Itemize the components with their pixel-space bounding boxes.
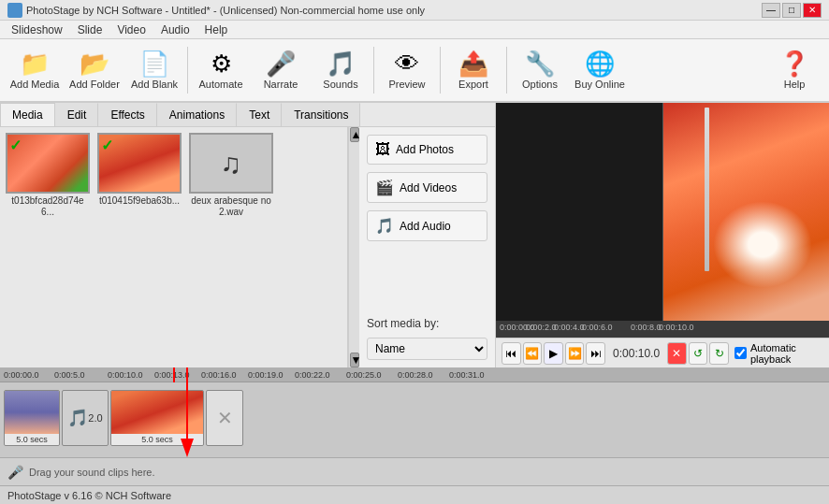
timeline-tracks: 5.0 secs 🎵 2.0 5.0 secs ✕ <box>0 382 829 457</box>
menu-slide[interactable]: Slide <box>70 22 110 38</box>
add-photos-button[interactable]: 🖼 Add Photos <box>367 135 487 165</box>
preview-label: Preview <box>388 79 425 90</box>
play-button[interactable]: ▶ <box>544 342 563 365</box>
add-folder-button[interactable]: 📂 Add Folder <box>65 43 124 97</box>
transport-controls: ⏮ ⏪ ▶ ⏩ ⏭ 0:00:10.0 ✕ ↺ ↻ Automatic play… <box>496 338 829 367</box>
autoplay-checkbox[interactable] <box>734 347 747 359</box>
options-button[interactable]: 🔧 Options <box>511 43 569 97</box>
thumbnail-area[interactable]: ✓ t013bfcad28d74e6... ✓ t010415f9eba63b.… <box>0 127 348 367</box>
narrate-label: Narrate <box>264 79 298 90</box>
clip-duration: 5.0 secs <box>5 434 59 445</box>
scroll-down-arrow[interactable]: ▼ <box>350 353 359 367</box>
media-panel: ✓ t013bfcad28d74e6... ✓ t010415f9eba63b.… <box>0 127 495 367</box>
export-icon: 📤 <box>458 51 488 76</box>
fast-forward-button[interactable]: ⏩ <box>565 342 585 365</box>
ruler-mark: 0:00:8.0 <box>631 323 662 332</box>
automate-label: Automate <box>198 79 242 90</box>
timeline-clip[interactable]: 🎵 2.0 <box>62 390 109 446</box>
status-bar: PhotoStage v 6.16 © NCH Software <box>0 485 829 504</box>
timeline-clip[interactable]: 5.0 secs <box>110 390 204 446</box>
bottom-section: 0:00:00.0 0:00:5.0 0:00:10.0 0:00:13.0 0… <box>0 367 829 485</box>
autoplay-control[interactable]: Automatic playback <box>734 342 823 365</box>
toolbar-sep-3 <box>440 47 441 94</box>
preview-bg-right <box>662 103 829 321</box>
thumbnail-label: deux arabesque no 2.wav <box>189 195 273 218</box>
rewind-to-start[interactable]: ↺ <box>689 342 708 365</box>
window-controls: — □ ✕ <box>762 3 822 18</box>
forward-to-end[interactable]: ↻ <box>709 342 729 365</box>
add-blank-label: Add Blank <box>131 79 178 90</box>
help-button[interactable]: ❓ Help <box>765 43 823 97</box>
add-photos-icon: 🖼 <box>375 141 390 158</box>
close-button[interactable]: ✕ <box>803 3 822 18</box>
help-label: Help <box>784 79 806 90</box>
sounds-button[interactable]: 🎵 Sounds <box>312 43 370 97</box>
timeline-clip[interactable]: ✕ <box>206 390 243 446</box>
clip-thumbnail: ✕ <box>207 391 242 445</box>
vertical-scrollbar[interactable]: ▲ ▼ <box>348 127 359 367</box>
export-label: Export <box>458 79 488 90</box>
title-text: PhotoStage by NCH Software - Untitled* -… <box>26 5 425 16</box>
add-folder-icon: 📂 <box>80 51 109 76</box>
tab-effects[interactable]: Effects <box>98 103 156 126</box>
clip-duration: 5.0 secs <box>111 434 203 445</box>
list-item[interactable]: ♫ deux arabesque no 2.wav <box>189 133 273 218</box>
scroll-up-arrow[interactable]: ▲ <box>350 127 359 142</box>
skip-back-button[interactable]: ⏮ <box>502 342 521 365</box>
music-icon: 🎵 <box>67 408 88 428</box>
list-item[interactable]: ✓ t013bfcad28d74e6... <box>6 133 90 218</box>
fork-visual <box>705 108 709 271</box>
tab-edit[interactable]: Edit <box>55 103 99 126</box>
time-display: 0:00:10.0 <box>613 347 660 360</box>
tab-media[interactable]: Media <box>0 103 55 126</box>
tl-mark: 0:00:28.0 <box>398 370 433 380</box>
tl-mark: 0:00:22.0 <box>295 370 330 380</box>
ruler-mark: 0:00:2.0 <box>526 323 557 332</box>
timeline-clip[interactable]: 5.0 secs <box>4 390 60 446</box>
tab-animations[interactable]: Animations <box>157 103 237 126</box>
stop-button[interactable]: ✕ <box>667 342 687 365</box>
automate-button[interactable]: ⚙ Automate <box>192 43 250 97</box>
left-panel: Media Edit Effects Animations Text Trans… <box>0 103 496 367</box>
sort-select[interactable]: Name Date Size Type <box>367 338 487 360</box>
tab-transitions[interactable]: Transitions <box>282 103 360 126</box>
add-audio-icon: 🎵 <box>375 217 394 235</box>
buy-online-button[interactable]: 🌐 Buy Online <box>571 43 629 97</box>
thumbnail-label: t010415f9eba63b... <box>99 195 180 207</box>
add-audio-button[interactable]: 🎵 Add Audio <box>367 210 487 241</box>
options-icon: 🔧 <box>525 51 555 76</box>
menu-help[interactable]: Help <box>197 22 236 38</box>
right-panel: 0:00:00.0 0:00:2.0 0:00:4.0 0:00:6.0 0:0… <box>496 103 829 367</box>
thumbnail-image: ✓ <box>97 133 182 194</box>
automate-icon: ⚙ <box>211 51 232 76</box>
minimize-button[interactable]: — <box>762 3 780 18</box>
add-blank-button[interactable]: 📄 Add Blank <box>125 43 183 97</box>
title-bar: PhotoStage by NCH Software - Untitled* -… <box>0 0 829 21</box>
microphone-icon: 🎤 <box>7 465 23 480</box>
skip-forward-button[interactable]: ⏭ <box>586 342 605 365</box>
app-icon <box>7 3 22 18</box>
narrate-button[interactable]: 🎤 Narrate <box>252 43 310 97</box>
audio-track-label: Drag your sound clips here. <box>29 467 155 478</box>
export-button[interactable]: 📤 Export <box>444 43 502 97</box>
bowl-highlight <box>713 201 812 288</box>
audio-track: 🎤 Drag your sound clips here. <box>0 457 829 485</box>
tab-text[interactable]: Text <box>237 103 282 126</box>
options-label: Options <box>522 79 558 90</box>
add-videos-button[interactable]: 🎬 Add Videos <box>367 172 487 203</box>
menu-video[interactable]: Video <box>109 22 153 38</box>
thumbnail-image: ♫ <box>189 133 273 194</box>
menu-slideshow[interactable]: Slideshow <box>4 22 70 38</box>
menu-audio[interactable]: Audio <box>153 22 197 38</box>
buy-online-label: Buy Online <box>574 79 625 90</box>
preview-timeline-ruler: 0:00:00.0 0:00:2.0 0:00:4.0 0:00:6.0 0:0… <box>496 321 829 338</box>
list-item[interactable]: ✓ t010415f9eba63b... <box>97 133 182 218</box>
tl-mark: 0:00:16.0 <box>201 370 237 380</box>
tl-mark: 0:00:5.0 <box>54 370 85 380</box>
preview-button[interactable]: 👁 Preview <box>378 43 436 97</box>
playhead-indicator <box>173 367 175 382</box>
add-media-button[interactable]: 📁 Add Media <box>6 43 64 97</box>
rewind-button[interactable]: ⏪ <box>523 342 543 365</box>
add-photos-label: Add Photos <box>396 143 454 156</box>
maximize-button[interactable]: □ <box>782 3 801 18</box>
